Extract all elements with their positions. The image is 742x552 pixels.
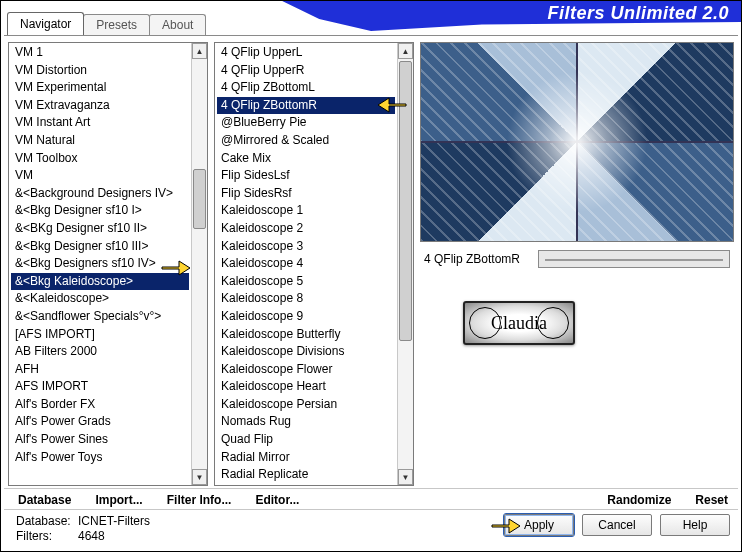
status-filters-label: Filters:	[16, 529, 72, 543]
list-item[interactable]: Radial Mirror	[217, 449, 395, 467]
status-filters-value: 4648	[78, 529, 105, 543]
scroll-up-icon[interactable]: ▲	[398, 43, 413, 59]
list-item[interactable]: Kaleidoscope Heart	[217, 378, 395, 396]
list-item[interactable]: Kaleidoscope 2	[217, 220, 395, 238]
scroll-down-icon[interactable]: ▼	[398, 469, 413, 485]
list-item[interactable]: 4 QFlip UpperL	[217, 44, 395, 62]
scroll-down-icon[interactable]: ▼	[192, 469, 207, 485]
list-item[interactable]: AB Filters 2000	[11, 343, 189, 361]
filter-info-button[interactable]: Filter Info...	[167, 493, 232, 507]
list-item[interactable]: 4 QFlip ZBottomR	[217, 97, 395, 115]
list-item[interactable]: VM Natural	[11, 132, 189, 150]
list-item[interactable]: Kaleidoscope 4	[217, 255, 395, 273]
status-db-label: Database:	[16, 514, 72, 528]
list-item[interactable]: @Mirrored & Scaled	[217, 132, 395, 150]
list-item[interactable]: VM Toolbox	[11, 150, 189, 168]
scroll-thumb[interactable]	[399, 61, 412, 341]
list-item[interactable]: 4 QFlip ZBottomL	[217, 79, 395, 97]
list-item[interactable]: Kaleidoscope Persian	[217, 396, 395, 414]
preview-image	[420, 42, 734, 242]
main-row: VM 1VM DistortionVM ExperimentalVM Extra…	[4, 36, 738, 488]
apply-button[interactable]: Apply	[504, 514, 574, 536]
tab-content: VM 1VM DistortionVM ExperimentalVM Extra…	[4, 35, 738, 551]
list-item[interactable]: VM Distortion	[11, 62, 189, 80]
list-item[interactable]: Alf's Border FX	[11, 396, 189, 414]
help-button[interactable]: Help	[660, 514, 730, 536]
param-slider[interactable]	[538, 250, 730, 268]
list-item[interactable]: 4 QFlip UpperR	[217, 62, 395, 80]
command-bar: Database Import... Filter Info... Editor…	[4, 488, 738, 510]
list-item[interactable]: &<Bkg Designer sf10 I>	[11, 202, 189, 220]
dialog-buttons: Apply Cancel Help	[504, 514, 730, 536]
tab-navigator[interactable]: Navigator	[7, 12, 84, 35]
list-item[interactable]: &<Bkg Designers sf10 IV>	[11, 255, 189, 273]
scroll-thumb[interactable]	[193, 169, 206, 229]
list-item[interactable]: &<Bkg Designer sf10 III>	[11, 238, 189, 256]
filter-scrollbar[interactable]: ▲ ▼	[397, 43, 413, 485]
list-item[interactable]: VM Instant Art	[11, 114, 189, 132]
list-item[interactable]: Kaleidoscope 3	[217, 238, 395, 256]
list-item[interactable]: Flip SidesLsf	[217, 167, 395, 185]
category-scrollbar[interactable]: ▲ ▼	[191, 43, 207, 485]
list-item[interactable]: &<Background Designers IV>	[11, 185, 189, 203]
list-item[interactable]: VM Experimental	[11, 79, 189, 97]
list-item[interactable]: Kaleidoscope 5	[217, 273, 395, 291]
list-item[interactable]: Nomads Rug	[217, 413, 395, 431]
list-item[interactable]: &<Sandflower Specials°v°>	[11, 308, 189, 326]
list-item[interactable]: Kaleidoscope Flower	[217, 361, 395, 379]
category-listbox[interactable]: VM 1VM DistortionVM ExperimentalVM Extra…	[8, 42, 208, 486]
list-item[interactable]: Radial Replicate	[217, 466, 395, 484]
tab-presets[interactable]: Presets	[83, 14, 150, 35]
list-item[interactable]: &<BKg Designer sf10 II>	[11, 220, 189, 238]
list-item[interactable]: Kaleidoscope 8	[217, 290, 395, 308]
list-item[interactable]: Kaleidoscope Divisions	[217, 343, 395, 361]
list-item[interactable]: VM 1	[11, 44, 189, 62]
list-item[interactable]: &<Bkg Kaleidoscope>	[11, 273, 189, 291]
cancel-button[interactable]: Cancel	[582, 514, 652, 536]
list-item[interactable]: VM	[11, 167, 189, 185]
randomize-button[interactable]: Randomize	[607, 493, 671, 507]
tab-about[interactable]: About	[149, 14, 206, 35]
list-item[interactable]: Alf's Power Grads	[11, 413, 189, 431]
list-item[interactable]: [AFS IMPORT]	[11, 326, 189, 344]
database-button[interactable]: Database	[18, 493, 71, 507]
list-item[interactable]: Kaleidoscope Butterfly	[217, 326, 395, 344]
app-title: Filters Unlimited 2.0	[547, 3, 729, 24]
list-item[interactable]: AFS IMPORT	[11, 378, 189, 396]
editor-button[interactable]: Editor...	[255, 493, 299, 507]
list-item[interactable]: Alf's Power Toys	[11, 449, 189, 467]
list-item[interactable]: Kaleidoscope 9	[217, 308, 395, 326]
filter-listbox[interactable]: 4 QFlip UpperL4 QFlip UpperR4 QFlip ZBot…	[214, 42, 414, 486]
list-item[interactable]: Cake Mix	[217, 150, 395, 168]
status-db-value: ICNET-Filters	[78, 514, 150, 528]
window-root: Filters Unlimited 2.0 Navigator Presets …	[0, 0, 742, 552]
reset-button[interactable]: Reset	[695, 493, 728, 507]
list-item[interactable]: @BlueBerry Pie	[217, 114, 395, 132]
scroll-up-icon[interactable]: ▲	[192, 43, 207, 59]
status-row: Database: ICNET-Filters Filters: 4648 Ap…	[4, 510, 738, 551]
list-item[interactable]: Alf's Power Sines	[11, 431, 189, 449]
list-item[interactable]: &<Kaleidoscope>	[11, 290, 189, 308]
watermark-stamp: Claudia	[463, 301, 575, 345]
list-item[interactable]: Kaleidoscope 1	[217, 202, 395, 220]
status-info: Database: ICNET-Filters Filters: 4648	[16, 514, 236, 543]
list-item[interactable]: AFH	[11, 361, 189, 379]
param-label: 4 QFlip ZBottomR	[424, 252, 532, 266]
list-item[interactable]: Flip SidesRsf	[217, 185, 395, 203]
param-row: 4 QFlip ZBottomR	[420, 248, 734, 270]
list-item[interactable]: VM Extravaganza	[11, 97, 189, 115]
list-item[interactable]: Quad Flip	[217, 431, 395, 449]
import-button[interactable]: Import...	[95, 493, 142, 507]
preview-column: 4 QFlip ZBottomR	[420, 42, 734, 486]
